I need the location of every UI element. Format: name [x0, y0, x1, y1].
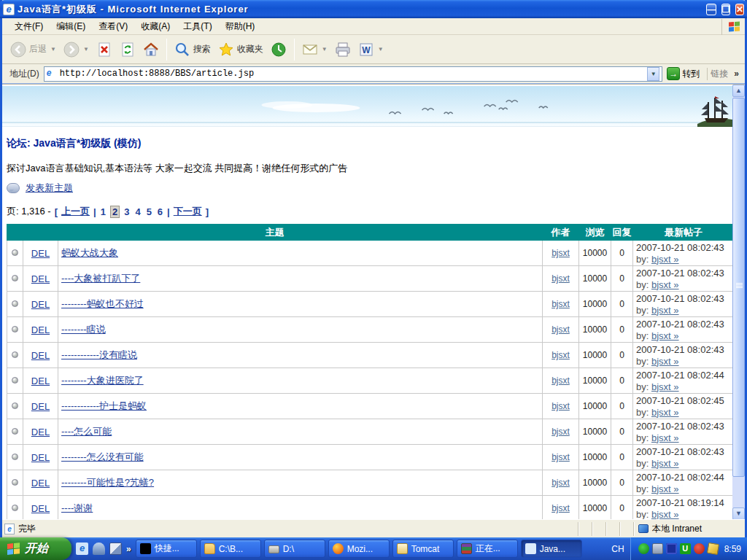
language-indicator[interactable]: CH — [605, 544, 630, 554]
quick-launch-show-desktop-icon[interactable] — [109, 542, 122, 555]
go-button[interactable]: → 转到 — [662, 67, 704, 80]
page-link[interactable]: 2 — [111, 206, 119, 217]
latest-author-link[interactable]: bjsxt » — [651, 305, 679, 316]
latest-author-link[interactable]: bjsxt » — [651, 483, 679, 494]
topic-link[interactable]: --------可能性是?艽蟮? — [61, 477, 154, 488]
menu-item[interactable]: 帮助(H) — [219, 18, 262, 35]
task-button[interactable]: 快捷... — [136, 540, 197, 558]
page-link[interactable]: 5 — [146, 206, 152, 217]
back-button[interactable]: 后退▼ — [7, 40, 60, 59]
author-link[interactable]: bjsxt — [551, 350, 570, 360]
ultraedit-tray-icon[interactable]: U — [680, 543, 691, 554]
latest-author-link[interactable]: bjsxt » — [651, 254, 679, 265]
flashget-tray-icon[interactable] — [694, 543, 705, 554]
delete-link[interactable]: DEL — [31, 478, 50, 489]
page-link[interactable]: 3 — [123, 206, 130, 217]
page-link[interactable]: 1 — [100, 206, 107, 217]
latest-author-link[interactable]: bjsxt » — [651, 432, 679, 443]
author-link[interactable]: bjsxt — [551, 503, 570, 513]
author-link[interactable]: bjsxt — [551, 376, 570, 386]
prev-page-link[interactable]: 上一页 — [61, 205, 90, 218]
task-button[interactable]: Java... — [521, 540, 582, 558]
quick-launch-chevron-icon[interactable]: » — [126, 544, 131, 554]
task-button[interactable]: Tomcat — [392, 540, 454, 558]
task-button[interactable]: C:\B... — [200, 540, 261, 558]
ime-tray-icon[interactable] — [706, 542, 719, 555]
author-link[interactable]: bjsxt — [551, 452, 570, 462]
home-button[interactable] — [139, 40, 163, 59]
task-button[interactable]: Mozi... — [328, 540, 390, 558]
delete-link[interactable]: DEL — [31, 401, 50, 412]
latest-author-link[interactable]: bjsxt » — [651, 509, 679, 520]
latest-author-link[interactable]: bjsxt » — [651, 330, 679, 341]
author-link[interactable]: bjsxt — [551, 427, 570, 437]
menu-item[interactable]: 文件(F) — [8, 18, 50, 35]
topic-link[interactable]: ----怎么可能 — [61, 426, 112, 437]
vertical-scrollbar[interactable]: ▲ ▼ — [732, 85, 745, 519]
author-link[interactable]: bjsxt — [551, 324, 570, 335]
quick-launch-messenger-icon[interactable] — [93, 542, 105, 555]
page-link[interactable]: 4 — [134, 206, 141, 217]
author-link[interactable]: bjsxt — [551, 299, 570, 309]
topic-link[interactable]: --------怎么没有可能 — [61, 451, 144, 462]
search-button[interactable]: 搜索 — [171, 40, 214, 59]
favorites-button[interactable]: 收藏夹 — [214, 40, 267, 59]
antivirus-tray-icon[interactable] — [638, 543, 649, 554]
restore-button[interactable]: ❐ — [721, 4, 731, 15]
topic-link[interactable]: 蚂蚁大战大象 — [61, 247, 118, 258]
forward-button[interactable]: ▼ — [60, 40, 93, 59]
delete-link[interactable]: DEL — [31, 503, 50, 514]
new-topic-link[interactable]: 发表新主题 — [26, 182, 73, 195]
latest-author-link[interactable]: bjsxt » — [651, 381, 679, 392]
close-button[interactable]: ✕ — [735, 4, 744, 15]
history-button[interactable] — [267, 40, 290, 59]
topic-link[interactable]: ------------没有瞎说 — [61, 349, 137, 360]
delete-link[interactable]: DEL — [31, 376, 50, 386]
scroll-up-button[interactable]: ▲ — [732, 85, 745, 97]
task-button[interactable]: 正在... — [457, 540, 518, 558]
print-button[interactable] — [331, 40, 355, 59]
delete-link[interactable]: DEL — [31, 299, 50, 310]
network-tray-icon[interactable] — [652, 543, 663, 554]
author-link[interactable]: bjsxt — [551, 478, 570, 488]
latest-author-link[interactable]: bjsxt » — [651, 356, 679, 367]
quick-launch-ie-icon[interactable]: e — [76, 542, 88, 555]
delete-link[interactable]: DEL — [31, 452, 50, 463]
delete-link[interactable]: DEL — [31, 248, 50, 259]
delete-link[interactable]: DEL — [31, 324, 50, 335]
links-chevron-icon[interactable]: » — [731, 69, 742, 79]
menu-item[interactable]: 查看(V) — [92, 18, 134, 35]
menu-item[interactable]: 工具(T) — [177, 18, 218, 35]
latest-author-link[interactable]: bjsxt » — [651, 407, 679, 418]
scroll-down-button[interactable]: ▼ — [732, 508, 745, 519]
links-label[interactable]: 链接 — [707, 68, 731, 80]
author-link[interactable]: bjsxt — [551, 248, 570, 258]
latest-author-link[interactable]: bjsxt » — [651, 458, 679, 469]
start-button[interactable]: 开始 — [0, 537, 71, 560]
scrollbar-thumb[interactable] — [732, 98, 745, 477]
topic-link[interactable]: ----大象被打趴下了 — [61, 273, 140, 284]
topic-link[interactable]: ----谢谢 — [61, 502, 93, 513]
taskbar-clock[interactable]: 8:59 — [724, 544, 741, 554]
author-link[interactable]: bjsxt — [551, 273, 570, 284]
refresh-button[interactable] — [116, 40, 139, 59]
author-link[interactable]: bjsxt — [551, 401, 570, 411]
stop-button[interactable] — [93, 40, 116, 59]
topic-link[interactable]: --------瞎说 — [61, 324, 106, 335]
minimize-button[interactable]: — — [706, 4, 716, 15]
mail-button[interactable]: ▼ — [298, 40, 331, 59]
next-page-link[interactable]: 下一页 — [174, 205, 202, 218]
task-button[interactable]: D:\ — [264, 540, 325, 558]
topic-link[interactable]: --------大象进医院了 — [61, 375, 144, 386]
menu-item[interactable]: 编辑(E) — [50, 18, 92, 35]
address-dropdown-button[interactable]: ▼ — [647, 67, 659, 81]
page-link[interactable]: 6 — [157, 206, 163, 217]
topic-link[interactable]: --------蚂蚁也不好过 — [61, 298, 144, 309]
delete-link[interactable]: DEL — [31, 273, 50, 284]
address-input[interactable]: e http://localhost:8888/BBS/article.jsp … — [44, 66, 663, 82]
delete-link[interactable]: DEL — [31, 350, 50, 361]
wireless-tray-icon[interactable] — [666, 543, 677, 554]
edit-with-word-button[interactable]: W ▼ — [355, 40, 387, 59]
menu-item[interactable]: 收藏(A) — [134, 18, 177, 35]
topic-link[interactable]: ------------护士是蚂蚁 — [61, 400, 147, 411]
